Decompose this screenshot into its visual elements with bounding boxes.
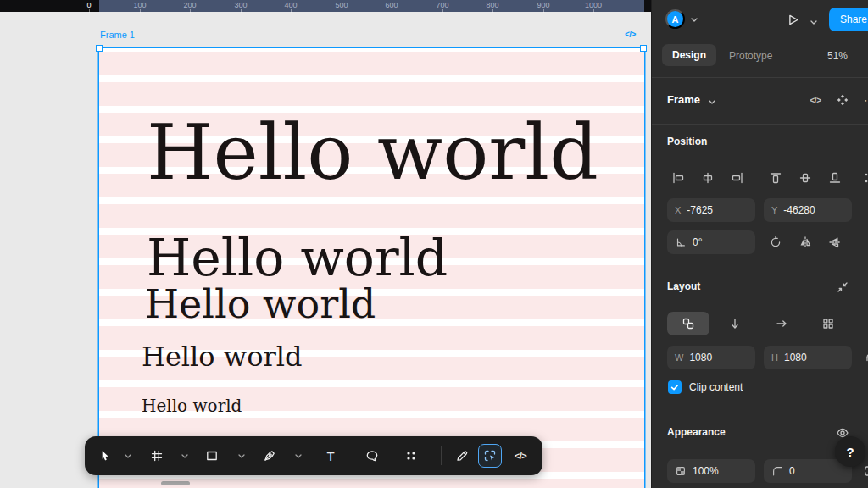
width-field[interactable]: W 1080 xyxy=(667,346,755,369)
flow-vertical-button[interactable] xyxy=(714,312,756,336)
divider xyxy=(652,124,868,125)
more-options-button[interactable]: ⋯ xyxy=(859,90,868,110)
flow-horizontal-button[interactable] xyxy=(760,312,803,336)
opacity-field[interactable]: 100% xyxy=(667,459,755,483)
inspect-tool-button[interactable] xyxy=(478,444,502,468)
height-field-value: 1080 xyxy=(784,352,807,363)
independent-corners-button[interactable] xyxy=(859,461,868,481)
layout-flow-row xyxy=(652,312,868,336)
ruler-tick-label: 200 xyxy=(179,1,201,9)
lock-ratio-button[interactable] xyxy=(859,347,868,368)
layout-section-title: Layout xyxy=(667,280,700,292)
ellipsis-icon: ⋯ xyxy=(864,94,868,107)
component-icon-button[interactable] xyxy=(832,90,854,110)
text-layer[interactable]: Hello world xyxy=(147,232,448,283)
comment-tool-button[interactable] xyxy=(360,444,384,468)
text-tool-button[interactable]: T xyxy=(319,444,342,468)
panel-tabs: Design Prototype 51% xyxy=(652,0,868,78)
appearance-row: 100% 0 xyxy=(652,459,868,483)
align-vertical-center-button[interactable] xyxy=(794,168,816,188)
frame-dropdown-chevron-icon[interactable] xyxy=(706,97,718,107)
pen-icon xyxy=(263,449,276,463)
dev-code-toggle-button[interactable]: </> xyxy=(804,90,826,110)
pen-tool-chevron-icon[interactable] xyxy=(292,451,304,461)
ruler-tick-label: 800 xyxy=(481,1,504,9)
align-left-button[interactable] xyxy=(667,168,689,188)
text-layer[interactable]: Hello world xyxy=(142,397,242,414)
opacity-icon xyxy=(675,465,687,477)
text-layer[interactable]: Hello world xyxy=(147,114,598,191)
rectangle-icon xyxy=(205,449,219,463)
selection-handle-top-left[interactable] xyxy=(96,45,103,52)
ruler-tick-label: 300 xyxy=(230,1,252,9)
inspect-cursor-icon xyxy=(483,449,497,463)
tidy-up-button[interactable] xyxy=(859,168,868,188)
ruler-tick-label: 1000 xyxy=(582,1,604,9)
frame-dev-badge-icon[interactable]: </> xyxy=(625,30,636,39)
position-xy-row: X -7625 Y -46280 xyxy=(652,198,868,222)
ruler-tick-label: 400 xyxy=(280,1,302,9)
height-field[interactable]: H 1080 xyxy=(764,346,852,369)
divider xyxy=(652,269,868,269)
flip-vertical-button[interactable] xyxy=(824,232,846,252)
shape-tool-button[interactable] xyxy=(200,444,224,468)
shape-tool-chevron-icon[interactable] xyxy=(236,451,248,461)
selection-type-dropdown[interactable]: Frame xyxy=(667,93,700,106)
y-position-field[interactable]: Y -46280 xyxy=(764,198,852,222)
clip-content-checkbox[interactable] xyxy=(668,380,682,394)
alignment-row xyxy=(652,168,868,188)
x-field-value: -7625 xyxy=(687,204,713,216)
frame-tool-button[interactable] xyxy=(145,444,169,468)
ruler-tick-label: 700 xyxy=(431,1,453,9)
divider xyxy=(652,77,868,78)
opacity-value: 100% xyxy=(693,465,719,477)
x-position-field[interactable]: X -7625 xyxy=(667,198,755,222)
zoom-level[interactable]: 51% xyxy=(822,49,853,63)
rotation-value: 0° xyxy=(693,236,702,248)
corner-radius-field[interactable]: 0 xyxy=(764,459,852,483)
flip-horizontal-button[interactable] xyxy=(794,232,816,252)
flow-grid-button[interactable] xyxy=(807,312,849,336)
text-layer[interactable]: Hello world xyxy=(142,343,302,370)
selection-handle-top-right[interactable] xyxy=(640,45,647,52)
rotation-field[interactable]: 0° xyxy=(667,230,755,254)
frame-name-label[interactable]: Frame 1 xyxy=(100,30,135,40)
frame-tool-chevron-icon[interactable] xyxy=(179,451,191,461)
tab-design[interactable]: Design xyxy=(662,44,716,66)
text-layer[interactable]: Hello world xyxy=(145,285,376,324)
ruler-tick-label: 0 xyxy=(78,1,100,9)
appearance-section-title: Appearance xyxy=(667,426,726,438)
actions-button[interactable] xyxy=(399,444,423,468)
align-horizontal-center-button[interactable] xyxy=(697,168,719,188)
move-tool-chevron-icon[interactable] xyxy=(122,451,134,461)
flow-freeform-button[interactable] xyxy=(667,312,709,336)
height-field-label: H xyxy=(771,352,778,363)
tab-prototype[interactable]: Prototype xyxy=(724,49,777,63)
ruler-tick-label: 100 xyxy=(129,1,151,9)
align-bottom-button[interactable] xyxy=(824,168,846,188)
horizontal-scrollbar[interactable] xyxy=(161,481,190,485)
dev-code-button[interactable]: </> xyxy=(509,444,532,468)
pen-tool-button[interactable] xyxy=(258,444,281,468)
resize-to-fit-button[interactable] xyxy=(832,277,854,297)
clip-content-label: Clip content xyxy=(689,381,743,393)
corner-radius-icon xyxy=(771,465,783,477)
rotate-button[interactable] xyxy=(765,232,787,252)
position-section-title: Position xyxy=(667,136,707,147)
help-label: ? xyxy=(846,445,854,459)
align-right-button[interactable] xyxy=(726,168,748,188)
help-button[interactable]: ? xyxy=(835,436,865,467)
annotate-tool-button[interactable] xyxy=(450,444,474,468)
angle-icon xyxy=(675,236,687,248)
canvas[interactable]: Frame 1 </> Hello world Hello world Hell… xyxy=(0,12,651,488)
ruler-tick-label: 900 xyxy=(532,1,554,9)
divider xyxy=(652,413,868,413)
corner-radius-value: 0 xyxy=(789,465,795,477)
horizontal-ruler[interactable]: 0 100 200 300 400 500 600 700 800 900 10… xyxy=(0,0,651,12)
code-icon: </> xyxy=(515,451,526,461)
move-tool-button[interactable] xyxy=(91,441,119,469)
toolbar-divider xyxy=(441,446,442,465)
canvas-frame[interactable]: Hello world Hello world Hello world Hell… xyxy=(99,48,644,488)
align-top-button[interactable] xyxy=(765,168,787,188)
size-row: W 1080 H 1080 xyxy=(652,346,868,369)
